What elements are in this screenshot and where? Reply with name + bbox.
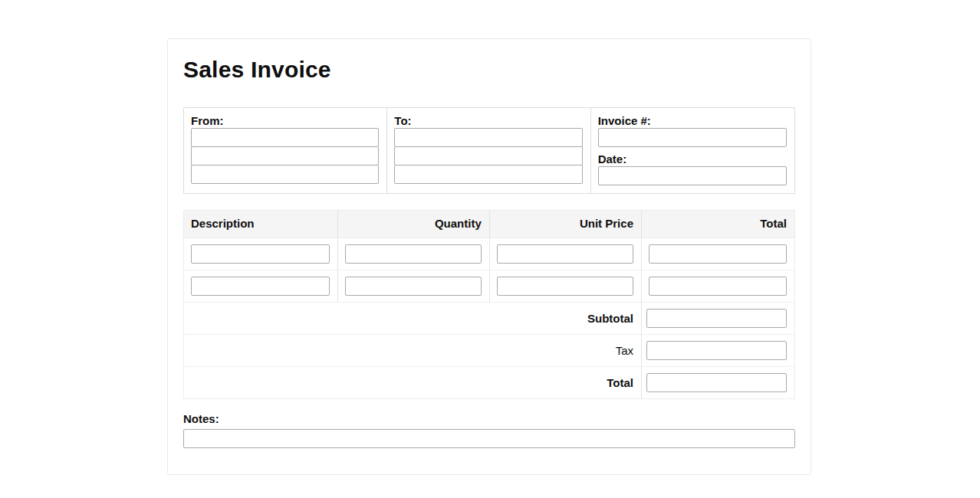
tax-input[interactable]: [646, 341, 787, 360]
notes-section: Notes:: [183, 412, 795, 448]
invoice-meta-section: Invoice #: Date:: [591, 108, 794, 193]
subtotal-row: Subtotal: [184, 302, 794, 334]
to-label: To:: [394, 114, 582, 127]
from-section: From:: [184, 108, 387, 193]
item1-total-input[interactable]: [649, 244, 787, 264]
total-row: Total: [184, 366, 794, 398]
item1-quantity-input[interactable]: [345, 244, 482, 264]
column-header-quantity: Quantity: [338, 211, 490, 238]
column-header-unit-price: Unit Price: [490, 211, 642, 238]
date-input[interactable]: [598, 166, 787, 185]
item2-unit-price-input[interactable]: [497, 277, 633, 296]
from-label: From:: [191, 114, 379, 127]
column-header-total: Total: [642, 211, 794, 238]
from-line-input-1[interactable]: [191, 128, 379, 147]
item2-description-input[interactable]: [191, 277, 330, 296]
parties-section: From: To: Invoice #: Date:: [183, 107, 795, 194]
subtotal-input[interactable]: [646, 309, 787, 328]
total-input[interactable]: [646, 373, 787, 392]
tax-row: Tax: [184, 334, 794, 366]
notes-label: Notes:: [183, 412, 795, 426]
total-label: Total: [184, 367, 642, 398]
invoice-number-label: Invoice #:: [598, 114, 787, 127]
date-label: Date:: [598, 152, 787, 165]
invoice-number-input[interactable]: [598, 128, 787, 147]
tax-label: Tax: [184, 335, 642, 366]
to-line-input-2[interactable]: [394, 146, 582, 165]
items-header-row: Description Quantity Unit Price Total: [184, 211, 794, 238]
to-section: To:: [387, 108, 590, 193]
item-row-2: [184, 270, 794, 302]
item2-quantity-input[interactable]: [345, 277, 482, 296]
to-line-input-1[interactable]: [394, 128, 582, 147]
item-row-1: [184, 238, 794, 270]
column-header-description: Description: [184, 211, 338, 238]
from-line-input-3[interactable]: [191, 165, 379, 184]
to-line-input-3[interactable]: [394, 165, 582, 184]
item1-unit-price-input[interactable]: [497, 244, 633, 264]
items-table: Description Quantity Unit Price Total Su…: [183, 210, 795, 399]
item1-description-input[interactable]: [191, 244, 330, 264]
notes-input[interactable]: [183, 429, 795, 448]
subtotal-label: Subtotal: [184, 303, 642, 334]
invoice-card: Sales Invoice From: To: Invoice #: Date:…: [167, 38, 811, 475]
page-title: Sales Invoice: [183, 56, 795, 84]
item2-total-input[interactable]: [649, 277, 787, 296]
from-line-input-2[interactable]: [191, 146, 379, 165]
